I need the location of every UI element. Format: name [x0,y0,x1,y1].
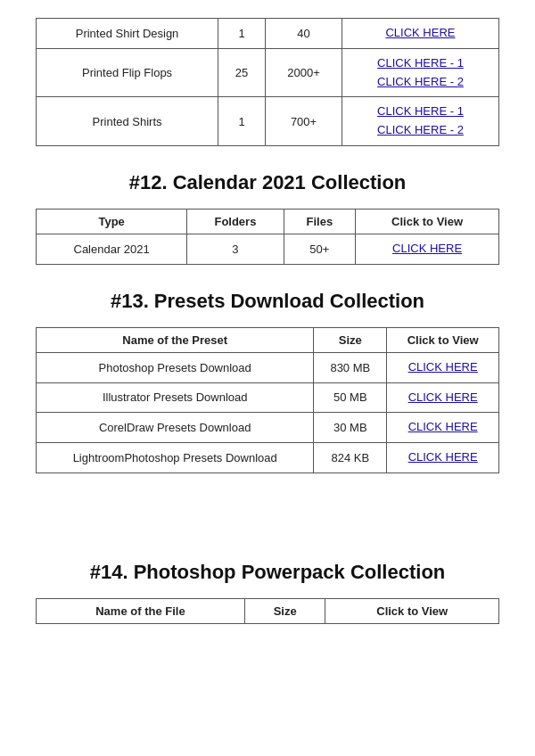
table-row: Illustrator Presets Download50 MBCLICK H… [37,382,499,413]
preset-name-cell: Illustrator Presets Download [37,382,314,413]
column-header: Size [314,327,387,352]
data-cell: Calendar 2021 [37,234,187,264]
link-cell[interactable]: CLICK HERE - 1CLICK HERE - 2 [342,48,498,97]
col3-cell: 2000+ [266,48,342,97]
click-here-link[interactable]: CLICK HERE - 2 [351,73,490,92]
size-cell: 50 MB [314,382,387,413]
column-header: Name of the File [37,598,245,623]
click-here-link[interactable]: CLICK HERE [396,418,490,437]
spacer [36,482,499,536]
top-table: Printed Shirt Design140CLICK HEREPrinted… [36,18,499,146]
table-row: Calendar 2021350+CLICK HERE [37,234,499,264]
col3-cell: 700+ [266,97,342,146]
powerpack-table: Name of the FileSizeClick to View [36,598,499,624]
click-here-link[interactable]: CLICK HERE - 1 [351,103,490,121]
calendar-table: TypeFoldersFilesClick to View Calendar 2… [36,209,499,265]
data-cell: 3 [187,234,284,264]
calendar-section-title: #12. Calendar 2021 Collection [36,171,499,194]
preset-name-cell: LightroomPhotoshop Presets Download [37,443,314,473]
col3-cell: 40 [266,19,342,49]
table-row: Printed Shirts1700+CLICK HERE - 1CLICK H… [37,97,499,146]
column-header: Name of the Preset [37,327,314,352]
column-header: Size [244,598,325,623]
link-cell[interactable]: CLICK HERE [387,382,499,413]
column-header: Click to View [325,598,499,623]
link-cell[interactable]: CLICK HERE [387,443,499,473]
type-cell: Printed Shirts [37,97,218,146]
size-cell: 824 KB [314,443,387,473]
click-here-link[interactable]: CLICK HERE [396,358,490,377]
col2-cell: 1 [218,97,266,146]
table-row: CorelDraw Presets Download30 MBCLICK HER… [37,413,499,443]
type-cell: Printed Shirt Design [37,19,218,49]
link-cell[interactable]: CLICK HERE [387,413,499,443]
type-cell: Printed Flip Flops [37,48,218,97]
column-header: Type [37,209,187,234]
click-here-link[interactable]: CLICK HERE [365,240,490,259]
click-here-link[interactable]: CLICK HERE - 1 [351,54,490,73]
powerpack-section-title: #14. Photoshop Powerpack Collection [36,561,499,584]
link-cell[interactable]: CLICK HERE - 1CLICK HERE - 2 [342,97,498,146]
click-here-link[interactable]: CLICK HERE [351,24,490,43]
col2-cell: 25 [218,48,266,97]
data-cell: 50+ [284,234,356,264]
click-here-link[interactable]: CLICK HERE [396,448,490,467]
size-cell: 830 MB [314,352,387,382]
click-here-link[interactable]: CLICK HERE - 2 [351,121,490,140]
column-header: Click to View [356,209,499,234]
preset-name-cell: CorelDraw Presets Download [37,413,314,443]
click-here-link[interactable]: CLICK HERE [396,389,490,407]
link-cell[interactable]: CLICK HERE [342,19,498,49]
table-row: Printed Flip Flops252000+CLICK HERE - 1C… [37,48,499,97]
column-header: Click to View [387,327,499,352]
link-cell[interactable]: CLICK HERE [356,234,499,264]
link-cell[interactable]: CLICK HERE [387,352,499,382]
presets-table: Name of the PresetSizeClick to View Phot… [36,327,499,473]
table-row: Photoshop Presets Download830 MBCLICK HE… [37,352,499,382]
table-row: LightroomPhotoshop Presets Download824 K… [37,443,499,473]
preset-name-cell: Photoshop Presets Download [37,352,314,382]
table-row: Printed Shirt Design140CLICK HERE [37,19,499,49]
size-cell: 30 MB [314,413,387,443]
presets-section-title: #13. Presets Download Collection [36,290,499,313]
column-header: Folders [187,209,284,234]
column-header: Files [284,209,356,234]
col2-cell: 1 [218,19,266,49]
